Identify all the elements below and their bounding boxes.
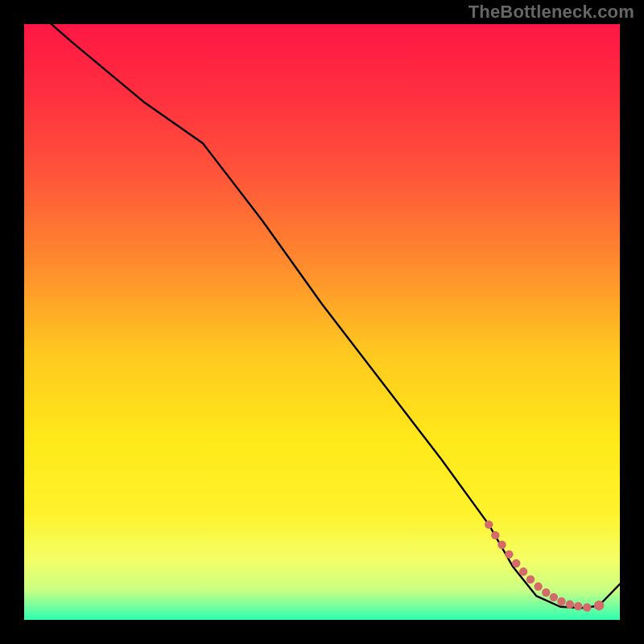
highlight-marker xyxy=(542,588,550,597)
highlight-marker xyxy=(583,603,591,611)
highlight-marker xyxy=(512,559,520,568)
chart-svg xyxy=(24,24,620,620)
plot-area xyxy=(24,24,620,620)
highlight-marker xyxy=(526,575,535,583)
gradient-background xyxy=(24,24,620,620)
highlight-marker xyxy=(485,520,493,528)
highlight-marker xyxy=(594,601,604,610)
highlight-marker xyxy=(519,568,527,576)
highlight-marker xyxy=(557,597,565,605)
highlight-marker xyxy=(497,541,506,549)
highlight-marker xyxy=(574,602,582,610)
highlight-marker xyxy=(534,582,542,590)
highlight-marker xyxy=(505,550,513,558)
highlight-marker xyxy=(550,593,558,601)
highlight-marker xyxy=(566,601,574,609)
watermark-text: TheBottleneck.com xyxy=(469,2,634,23)
highlight-marker xyxy=(491,531,499,539)
